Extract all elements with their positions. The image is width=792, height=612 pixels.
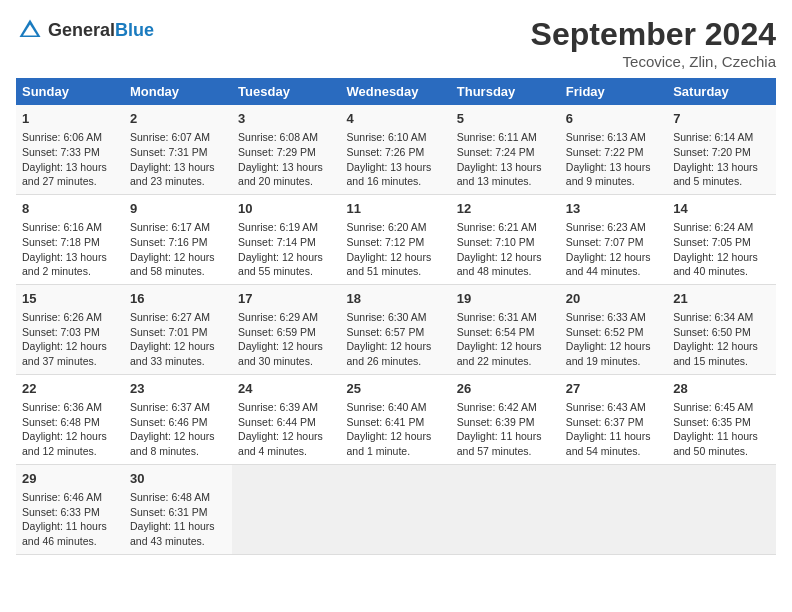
calendar-cell: 8Sunrise: 6:16 AMSunset: 7:18 PMDaylight… — [16, 194, 124, 284]
calendar-cell: 15Sunrise: 6:26 AMSunset: 7:03 PMDayligh… — [16, 284, 124, 374]
day-info: Sunrise: 6:19 AMSunset: 7:14 PMDaylight:… — [238, 220, 334, 279]
day-info: Sunrise: 6:42 AMSunset: 6:39 PMDaylight:… — [457, 400, 554, 459]
day-info: Sunrise: 6:24 AMSunset: 7:05 PMDaylight:… — [673, 220, 770, 279]
calendar-cell: 29Sunrise: 6:46 AMSunset: 6:33 PMDayligh… — [16, 464, 124, 554]
calendar-cell: 6Sunrise: 6:13 AMSunset: 7:22 PMDaylight… — [560, 105, 667, 194]
day-number: 14 — [673, 200, 770, 218]
day-info: Sunrise: 6:17 AMSunset: 7:16 PMDaylight:… — [130, 220, 226, 279]
day-info: Sunrise: 6:37 AMSunset: 6:46 PMDaylight:… — [130, 400, 226, 459]
calendar-cell: 22Sunrise: 6:36 AMSunset: 6:48 PMDayligh… — [16, 374, 124, 464]
day-info: Sunrise: 6:48 AMSunset: 6:31 PMDaylight:… — [130, 490, 226, 549]
day-info: Sunrise: 6:40 AMSunset: 6:41 PMDaylight:… — [347, 400, 445, 459]
day-number: 29 — [22, 470, 118, 488]
calendar-cell: 20Sunrise: 6:33 AMSunset: 6:52 PMDayligh… — [560, 284, 667, 374]
day-number: 2 — [130, 110, 226, 128]
day-number: 24 — [238, 380, 334, 398]
day-number: 12 — [457, 200, 554, 218]
calendar-cell — [667, 464, 776, 554]
day-info: Sunrise: 6:06 AMSunset: 7:33 PMDaylight:… — [22, 130, 118, 189]
calendar-cell: 27Sunrise: 6:43 AMSunset: 6:37 PMDayligh… — [560, 374, 667, 464]
day-info: Sunrise: 6:43 AMSunset: 6:37 PMDaylight:… — [566, 400, 661, 459]
logo-text: GeneralBlue — [48, 20, 154, 41]
calendar-cell: 5Sunrise: 6:11 AMSunset: 7:24 PMDaylight… — [451, 105, 560, 194]
day-info: Sunrise: 6:31 AMSunset: 6:54 PMDaylight:… — [457, 310, 554, 369]
calendar-cell: 12Sunrise: 6:21 AMSunset: 7:10 PMDayligh… — [451, 194, 560, 284]
day-info: Sunrise: 6:46 AMSunset: 6:33 PMDaylight:… — [22, 490, 118, 549]
day-number: 26 — [457, 380, 554, 398]
calendar-cell: 9Sunrise: 6:17 AMSunset: 7:16 PMDaylight… — [124, 194, 232, 284]
day-number: 23 — [130, 380, 226, 398]
month-title: September 2024 — [531, 16, 776, 53]
calendar-cell: 30Sunrise: 6:48 AMSunset: 6:31 PMDayligh… — [124, 464, 232, 554]
day-number: 1 — [22, 110, 118, 128]
day-info: Sunrise: 6:08 AMSunset: 7:29 PMDaylight:… — [238, 130, 334, 189]
day-info: Sunrise: 6:36 AMSunset: 6:48 PMDaylight:… — [22, 400, 118, 459]
day-info: Sunrise: 6:13 AMSunset: 7:22 PMDaylight:… — [566, 130, 661, 189]
calendar-cell: 18Sunrise: 6:30 AMSunset: 6:57 PMDayligh… — [341, 284, 451, 374]
day-number: 10 — [238, 200, 334, 218]
weekday-header-thursday: Thursday — [451, 78, 560, 105]
week-row-1: 1Sunrise: 6:06 AMSunset: 7:33 PMDaylight… — [16, 105, 776, 194]
calendar-cell: 4Sunrise: 6:10 AMSunset: 7:26 PMDaylight… — [341, 105, 451, 194]
day-number: 27 — [566, 380, 661, 398]
location-title: Tecovice, Zlin, Czechia — [531, 53, 776, 70]
calendar-cell: 16Sunrise: 6:27 AMSunset: 7:01 PMDayligh… — [124, 284, 232, 374]
day-number: 18 — [347, 290, 445, 308]
day-number: 20 — [566, 290, 661, 308]
calendar-cell: 11Sunrise: 6:20 AMSunset: 7:12 PMDayligh… — [341, 194, 451, 284]
day-info: Sunrise: 6:07 AMSunset: 7:31 PMDaylight:… — [130, 130, 226, 189]
day-info: Sunrise: 6:26 AMSunset: 7:03 PMDaylight:… — [22, 310, 118, 369]
day-number: 15 — [22, 290, 118, 308]
week-row-5: 29Sunrise: 6:46 AMSunset: 6:33 PMDayligh… — [16, 464, 776, 554]
calendar-cell — [451, 464, 560, 554]
day-info: Sunrise: 6:34 AMSunset: 6:50 PMDaylight:… — [673, 310, 770, 369]
weekday-header-monday: Monday — [124, 78, 232, 105]
calendar-cell — [341, 464, 451, 554]
day-number: 4 — [347, 110, 445, 128]
logo-general: General — [48, 20, 115, 40]
day-info: Sunrise: 6:23 AMSunset: 7:07 PMDaylight:… — [566, 220, 661, 279]
day-number: 7 — [673, 110, 770, 128]
day-info: Sunrise: 6:11 AMSunset: 7:24 PMDaylight:… — [457, 130, 554, 189]
day-number: 3 — [238, 110, 334, 128]
day-number: 5 — [457, 110, 554, 128]
day-number: 16 — [130, 290, 226, 308]
calendar-cell: 3Sunrise: 6:08 AMSunset: 7:29 PMDaylight… — [232, 105, 340, 194]
weekday-header-row: SundayMondayTuesdayWednesdayThursdayFrid… — [16, 78, 776, 105]
day-number: 22 — [22, 380, 118, 398]
calendar-cell: 24Sunrise: 6:39 AMSunset: 6:44 PMDayligh… — [232, 374, 340, 464]
day-info: Sunrise: 6:16 AMSunset: 7:18 PMDaylight:… — [22, 220, 118, 279]
logo-blue: Blue — [115, 20, 154, 40]
day-number: 19 — [457, 290, 554, 308]
weekday-header-tuesday: Tuesday — [232, 78, 340, 105]
calendar-cell — [232, 464, 340, 554]
day-info: Sunrise: 6:20 AMSunset: 7:12 PMDaylight:… — [347, 220, 445, 279]
day-info: Sunrise: 6:30 AMSunset: 6:57 PMDaylight:… — [347, 310, 445, 369]
day-info: Sunrise: 6:21 AMSunset: 7:10 PMDaylight:… — [457, 220, 554, 279]
day-info: Sunrise: 6:14 AMSunset: 7:20 PMDaylight:… — [673, 130, 770, 189]
calendar-cell: 2Sunrise: 6:07 AMSunset: 7:31 PMDaylight… — [124, 105, 232, 194]
calendar-cell: 28Sunrise: 6:45 AMSunset: 6:35 PMDayligh… — [667, 374, 776, 464]
day-number: 30 — [130, 470, 226, 488]
calendar-table: SundayMondayTuesdayWednesdayThursdayFrid… — [16, 78, 776, 555]
calendar-cell — [560, 464, 667, 554]
day-number: 21 — [673, 290, 770, 308]
day-number: 11 — [347, 200, 445, 218]
day-number: 25 — [347, 380, 445, 398]
day-number: 6 — [566, 110, 661, 128]
calendar-cell: 1Sunrise: 6:06 AMSunset: 7:33 PMDaylight… — [16, 105, 124, 194]
day-info: Sunrise: 6:39 AMSunset: 6:44 PMDaylight:… — [238, 400, 334, 459]
calendar-cell: 17Sunrise: 6:29 AMSunset: 6:59 PMDayligh… — [232, 284, 340, 374]
day-info: Sunrise: 6:29 AMSunset: 6:59 PMDaylight:… — [238, 310, 334, 369]
day-number: 9 — [130, 200, 226, 218]
calendar-cell: 23Sunrise: 6:37 AMSunset: 6:46 PMDayligh… — [124, 374, 232, 464]
calendar-cell: 14Sunrise: 6:24 AMSunset: 7:05 PMDayligh… — [667, 194, 776, 284]
calendar-cell: 13Sunrise: 6:23 AMSunset: 7:07 PMDayligh… — [560, 194, 667, 284]
day-info: Sunrise: 6:45 AMSunset: 6:35 PMDaylight:… — [673, 400, 770, 459]
weekday-header-wednesday: Wednesday — [341, 78, 451, 105]
day-info: Sunrise: 6:33 AMSunset: 6:52 PMDaylight:… — [566, 310, 661, 369]
calendar-cell: 21Sunrise: 6:34 AMSunset: 6:50 PMDayligh… — [667, 284, 776, 374]
logo: GeneralBlue — [16, 16, 154, 44]
day-number: 8 — [22, 200, 118, 218]
page-header: GeneralBlue September 2024 Tecovice, Zli… — [16, 16, 776, 70]
